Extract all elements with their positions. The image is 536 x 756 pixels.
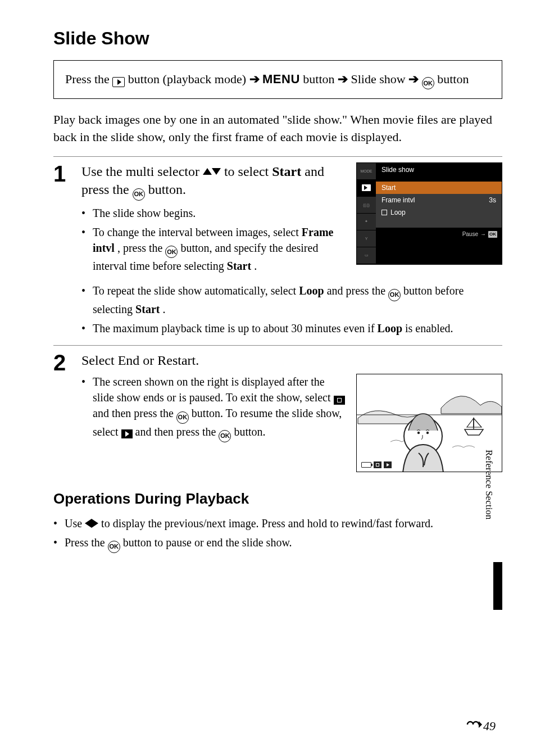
lcd-wifi-icon: ((¡))	[357, 197, 376, 214]
page-number-text: 49	[483, 719, 496, 734]
divider	[53, 345, 502, 346]
play-icon	[121, 429, 133, 438]
text: .	[254, 260, 257, 272]
text: button.	[234, 425, 265, 438]
text-bold: Start	[227, 260, 251, 272]
text-bold: Start	[272, 164, 301, 179]
illustration-paused-screen	[356, 374, 502, 472]
lcd-setup-icon: Y	[357, 230, 376, 247]
ok-button-icon: OK	[165, 246, 178, 258]
illustration-footer	[361, 461, 392, 468]
path-text: Press the	[65, 72, 112, 86]
step-2: 2 Select End or Restart. The screen show…	[53, 351, 502, 472]
page-number: 49	[465, 719, 496, 734]
step-1: 1 Use the multi selector to select Start…	[53, 162, 502, 278]
subsection-heading: Operations During Playback	[53, 490, 502, 508]
intro-paragraph: Play back images one by one in an automa…	[53, 111, 502, 146]
text: to select	[224, 164, 272, 179]
text-bold: Loop	[378, 322, 402, 334]
lcd-label: Frame intvl	[381, 196, 415, 204]
step-number: 2	[53, 351, 81, 374]
bullet: The maximum playback time is up to about…	[81, 320, 502, 336]
text: to display the previous/next image. Pres…	[101, 517, 433, 529]
text: .	[162, 303, 165, 315]
text-bold: Start	[135, 303, 160, 315]
text: and press the	[327, 284, 388, 297]
lcd-row-loop: Loop	[376, 206, 502, 219]
text: The screen shown on the right is display…	[93, 375, 334, 404]
text: and then press the	[135, 425, 219, 438]
text: button.	[148, 182, 186, 197]
step-number: 1	[53, 162, 81, 185]
lcd-sidebar: MODE ((¡)) ✦ Y ▭	[357, 163, 376, 264]
ok-button-icon: OK	[176, 411, 189, 424]
path-text: button	[303, 72, 338, 86]
text: Use the multi selector	[81, 164, 203, 179]
up-arrow-icon	[203, 168, 212, 175]
text: button to pause or end the slide show.	[123, 536, 292, 549]
text: is enabled.	[405, 322, 453, 334]
svg-point-5	[426, 432, 429, 434]
reference-section-icon	[465, 719, 482, 730]
arrow-icon: ➔	[249, 72, 260, 86]
bullet: The screen shown on the right is display…	[81, 374, 345, 442]
ok-box-icon: OK	[488, 231, 497, 238]
step-heading: Select End or Restart.	[81, 351, 502, 369]
bullet: To repeat the slide show automatically, …	[81, 283, 502, 317]
menu-button-label: MENU	[262, 72, 300, 86]
play-icon	[384, 461, 392, 468]
ok-button-icon: OK	[108, 541, 120, 553]
lcd-battery-icon: ▭	[357, 247, 376, 264]
playback-icon	[112, 77, 125, 87]
lcd-row-empty	[376, 219, 502, 228]
side-tab-marker	[493, 562, 502, 610]
step-heading: Use the multi selector to select Start a…	[81, 162, 345, 201]
down-arrow-icon	[212, 168, 221, 175]
checkbox-icon	[381, 210, 387, 215]
ok-button-icon: OK	[422, 77, 434, 89]
lcd-value: 3s	[489, 196, 496, 204]
arrow-icon: ➔	[338, 72, 348, 86]
path-text: button (playback mode)	[128, 72, 249, 86]
bullet: Use to display the previous/next image. …	[53, 515, 502, 531]
right-arrow-icon	[92, 519, 98, 528]
arrow-icon: →	[480, 231, 486, 237]
ok-button-icon: OK	[133, 188, 145, 201]
path-text: Slide show	[351, 72, 409, 86]
lcd-row-frame-intvl: Frame intvl 3s	[376, 194, 502, 206]
text: , press the	[117, 242, 166, 254]
path-text: button	[437, 72, 469, 86]
navigation-path-box: Press the button (playback mode) ➔ MENU …	[53, 60, 502, 99]
lcd-mode-icon: MODE	[357, 163, 376, 180]
text: The maximum playback time is up to about…	[93, 322, 378, 334]
lcd-retouch-icon: ✦	[357, 214, 376, 230]
text: To repeat the slide show automatically, …	[93, 284, 299, 297]
lcd-label: Loop	[390, 209, 406, 216]
lcd-playback-icon	[357, 180, 376, 197]
svg-point-4	[417, 432, 420, 434]
left-arrow-icon	[85, 519, 92, 528]
stop-icon	[374, 461, 381, 468]
battery-icon	[361, 462, 371, 468]
page-title: Slide Show	[53, 28, 502, 49]
text: To change the interval between images, s…	[93, 226, 302, 238]
svg-marker-6	[479, 721, 482, 728]
bullet: To change the interval between images, s…	[81, 224, 345, 274]
stop-icon	[334, 396, 345, 405]
camera-lcd-mock: MODE ((¡)) ✦ Y ▭ Slide show Start Frame …	[356, 162, 502, 265]
text: Use	[65, 517, 85, 529]
text: Press the	[65, 536, 108, 549]
lcd-row-start: Start	[376, 182, 502, 194]
lcd-footer: Pause → OK	[376, 228, 502, 241]
lcd-footer-label: Pause	[462, 231, 478, 237]
arrow-icon: ➔	[408, 72, 419, 86]
text-bold: Loop	[299, 284, 324, 297]
ok-button-icon: OK	[219, 430, 231, 442]
ok-button-icon: OK	[388, 289, 401, 301]
lcd-title: Slide show	[376, 163, 502, 182]
bullet: The slide show begins.	[81, 205, 345, 221]
side-tab-label: Reference Section	[483, 444, 494, 607]
divider	[53, 156, 502, 157]
bullet: Press the OK button to pause or end the …	[53, 535, 502, 553]
text: and then press the	[93, 407, 176, 419]
